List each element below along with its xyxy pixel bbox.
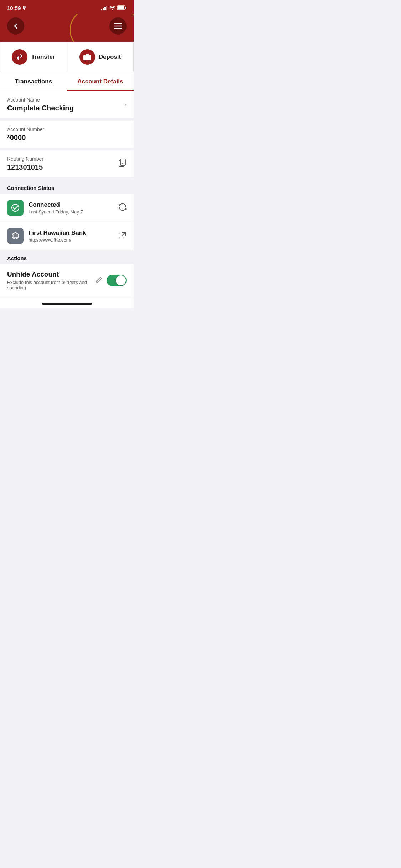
account-number-info: Account Number *0000 [7, 126, 44, 142]
tab-bar: Transactions Account Details [0, 72, 134, 91]
bank-title: First Hawaiian Bank [29, 229, 114, 237]
header [0, 14, 134, 42]
transfer-icon [12, 49, 27, 65]
account-number-value: *0000 [7, 134, 44, 142]
svg-rect-2 [125, 7, 127, 9]
signal-icon [101, 6, 107, 10]
connected-icon [7, 200, 24, 216]
svg-point-7 [86, 57, 88, 59]
routing-number-section: Routing Number 121301015 [0, 150, 134, 177]
routing-number-info: Routing Number 121301015 [7, 156, 43, 171]
menu-button[interactable] [109, 17, 127, 35]
status-bar: 10:59 [0, 0, 134, 14]
back-button[interactable] [7, 17, 24, 35]
quick-actions-bar: Transfer Deposit [0, 42, 134, 72]
account-name-row[interactable]: Account Name Complete Checking › [0, 91, 134, 118]
unhide-account-text: Unhide Account Exclude this account from… [7, 270, 91, 290]
external-link-icon[interactable] [119, 231, 127, 241]
unhide-account-subtitle: Exclude this account from budgets and sp… [7, 280, 91, 290]
bank-row: First Hawaiian Bank https://www.fhb.com/ [0, 222, 134, 250]
account-number-label: Account Number [7, 126, 44, 132]
home-bar [42, 303, 92, 305]
bank-url: https://www.fhb.com/ [29, 237, 114, 243]
location-icon [22, 6, 26, 11]
svg-rect-19 [119, 233, 124, 238]
unhide-toggle[interactable] [107, 275, 127, 286]
connection-status-header: Connection Status [0, 180, 134, 194]
wifi-icon [109, 5, 115, 11]
svg-rect-1 [118, 6, 124, 9]
routing-number-label: Routing Number [7, 156, 43, 162]
account-number-row: Account Number *0000 [0, 121, 134, 148]
account-name-info: Account Name Complete Checking [7, 97, 74, 112]
tab-account-details[interactable]: Account Details [67, 72, 134, 91]
time-display: 10:59 [7, 5, 21, 11]
account-name-chevron-icon: › [124, 101, 127, 108]
transfer-button[interactable]: Transfer [0, 42, 67, 72]
routing-number-row: Routing Number 121301015 [0, 150, 134, 177]
toggle-knob [116, 275, 126, 285]
routing-number-value: 121301015 [7, 163, 43, 171]
account-name-value: Complete Checking [7, 104, 74, 112]
connected-title: Connected [29, 201, 114, 208]
actions-header: Actions [0, 250, 134, 264]
status-right [101, 5, 127, 11]
svg-rect-3 [114, 23, 122, 24]
deposit-icon [79, 49, 95, 65]
edit-icon[interactable] [96, 277, 102, 285]
tab-transactions[interactable]: Transactions [0, 72, 67, 91]
bank-text: First Hawaiian Bank https://www.fhb.com/ [29, 229, 114, 243]
connected-row: Connected Last Synced Friday, May 7 [0, 194, 134, 222]
unhide-account-row: Unhide Account Exclude this account from… [0, 264, 134, 297]
unhide-account-controls [96, 275, 127, 286]
account-name-label: Account Name [7, 97, 74, 103]
battery-icon [117, 5, 127, 11]
transfer-label: Transfer [31, 53, 55, 61]
sync-icon[interactable] [119, 203, 127, 213]
account-name-section: Account Name Complete Checking › [0, 91, 134, 118]
svg-rect-5 [114, 28, 122, 29]
connected-text: Connected Last Synced Friday, May 7 [29, 201, 114, 215]
deposit-button[interactable]: Deposit [67, 42, 134, 72]
status-left: 10:59 [7, 5, 26, 11]
copy-icon[interactable] [119, 159, 127, 169]
bank-icon [7, 228, 24, 244]
unhide-account-title: Unhide Account [7, 270, 91, 278]
deposit-label: Deposit [99, 53, 121, 61]
connected-subtitle: Last Synced Friday, May 7 [29, 209, 114, 215]
home-indicator [0, 297, 134, 308]
header-nav [7, 17, 127, 35]
account-number-section: Account Number *0000 [0, 121, 134, 148]
account-details-content: Account Name Complete Checking › Account… [0, 91, 134, 308]
svg-rect-4 [114, 26, 122, 27]
